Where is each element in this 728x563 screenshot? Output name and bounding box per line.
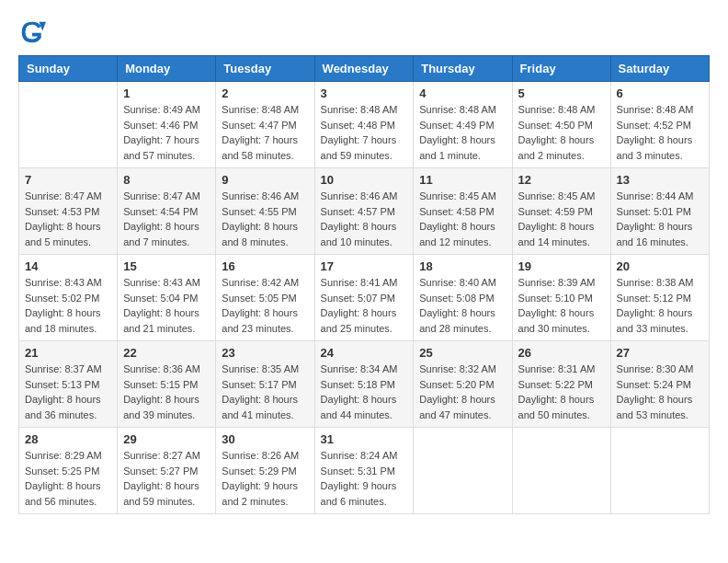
calendar-cell: 12Sunrise: 8:45 AMSunset: 4:59 PMDayligh… bbox=[512, 168, 610, 255]
calendar-cell: 27Sunrise: 8:30 AMSunset: 5:24 PMDayligh… bbox=[610, 341, 709, 428]
logo-icon bbox=[18, 18, 46, 46]
calendar-table: SundayMondayTuesdayWednesdayThursdayFrid… bbox=[18, 55, 710, 514]
day-number: 30 bbox=[222, 432, 308, 446]
calendar-week-row: 7Sunrise: 8:47 AMSunset: 4:53 PMDaylight… bbox=[19, 168, 710, 255]
calendar-cell: 15Sunrise: 8:43 AMSunset: 5:04 PMDayligh… bbox=[118, 255, 216, 341]
day-info: Sunrise: 8:40 AMSunset: 5:08 PMDaylight:… bbox=[419, 275, 506, 336]
calendar-cell: 2Sunrise: 8:48 AMSunset: 4:47 PMDaylight… bbox=[216, 82, 314, 168]
calendar-cell bbox=[414, 428, 512, 514]
day-info: Sunrise: 8:35 AMSunset: 5:17 PMDaylight:… bbox=[222, 362, 308, 422]
calendar-cell: 18Sunrise: 8:40 AMSunset: 5:08 PMDayligh… bbox=[414, 255, 512, 341]
calendar-cell: 17Sunrise: 8:41 AMSunset: 5:07 PMDayligh… bbox=[314, 255, 414, 341]
calendar-cell: 10Sunrise: 8:46 AMSunset: 4:57 PMDayligh… bbox=[314, 168, 414, 255]
weekday-header: Wednesday bbox=[314, 56, 414, 82]
day-number: 27 bbox=[617, 346, 703, 360]
day-info: Sunrise: 8:26 AMSunset: 5:29 PMDaylight:… bbox=[222, 448, 308, 509]
day-info: Sunrise: 8:45 AMSunset: 4:58 PMDaylight:… bbox=[419, 189, 506, 249]
day-number: 9 bbox=[222, 173, 308, 187]
day-info: Sunrise: 8:31 AMSunset: 5:22 PMDaylight:… bbox=[518, 362, 605, 422]
calendar-header-row: SundayMondayTuesdayWednesdayThursdayFrid… bbox=[19, 56, 710, 82]
day-number: 25 bbox=[419, 346, 506, 360]
calendar-cell: 29Sunrise: 8:27 AMSunset: 5:27 PMDayligh… bbox=[118, 428, 216, 514]
calendar-cell: 9Sunrise: 8:46 AMSunset: 4:55 PMDaylight… bbox=[216, 168, 314, 255]
day-number: 14 bbox=[25, 259, 111, 273]
day-number: 28 bbox=[25, 432, 111, 446]
day-info: Sunrise: 8:43 AMSunset: 5:02 PMDaylight:… bbox=[25, 275, 111, 336]
calendar-cell bbox=[610, 428, 709, 514]
calendar-cell: 20Sunrise: 8:38 AMSunset: 5:12 PMDayligh… bbox=[610, 255, 709, 341]
calendar-week-row: 28Sunrise: 8:29 AMSunset: 5:25 PMDayligh… bbox=[19, 428, 710, 514]
calendar-cell: 31Sunrise: 8:24 AMSunset: 5:31 PMDayligh… bbox=[314, 428, 414, 514]
day-info: Sunrise: 8:47 AMSunset: 4:54 PMDaylight:… bbox=[123, 189, 210, 249]
calendar-cell: 8Sunrise: 8:47 AMSunset: 4:54 PMDaylight… bbox=[118, 168, 216, 255]
day-number: 12 bbox=[518, 173, 605, 187]
day-number: 11 bbox=[419, 173, 506, 187]
day-number: 7 bbox=[25, 173, 111, 187]
day-info: Sunrise: 8:49 AMSunset: 4:46 PMDaylight:… bbox=[123, 102, 210, 163]
weekday-header: Saturday bbox=[610, 56, 709, 82]
calendar-cell: 16Sunrise: 8:42 AMSunset: 5:05 PMDayligh… bbox=[216, 255, 314, 341]
day-number: 8 bbox=[123, 173, 210, 187]
calendar-cell: 28Sunrise: 8:29 AMSunset: 5:25 PMDayligh… bbox=[19, 428, 118, 514]
calendar-week-row: 14Sunrise: 8:43 AMSunset: 5:02 PMDayligh… bbox=[19, 255, 710, 341]
day-number: 22 bbox=[123, 346, 210, 360]
day-number: 10 bbox=[321, 173, 408, 187]
calendar-cell: 7Sunrise: 8:47 AMSunset: 4:53 PMDaylight… bbox=[19, 168, 118, 255]
day-info: Sunrise: 8:42 AMSunset: 5:05 PMDaylight:… bbox=[222, 275, 308, 336]
day-info: Sunrise: 8:48 AMSunset: 4:49 PMDaylight:… bbox=[419, 102, 506, 163]
day-number: 5 bbox=[518, 86, 605, 100]
day-info: Sunrise: 8:48 AMSunset: 4:47 PMDaylight:… bbox=[222, 102, 308, 163]
day-info: Sunrise: 8:43 AMSunset: 5:04 PMDaylight:… bbox=[123, 275, 210, 336]
day-number: 2 bbox=[222, 86, 308, 100]
day-info: Sunrise: 8:47 AMSunset: 4:53 PMDaylight:… bbox=[25, 189, 111, 249]
calendar-cell: 26Sunrise: 8:31 AMSunset: 5:22 PMDayligh… bbox=[512, 341, 610, 428]
calendar-cell: 23Sunrise: 8:35 AMSunset: 5:17 PMDayligh… bbox=[216, 341, 314, 428]
logo bbox=[18, 18, 51, 46]
day-number: 4 bbox=[419, 86, 506, 100]
weekday-header: Sunday bbox=[19, 56, 118, 82]
day-number: 23 bbox=[222, 346, 308, 360]
weekday-header: Friday bbox=[512, 56, 610, 82]
day-number: 3 bbox=[321, 86, 408, 100]
calendar-cell bbox=[19, 82, 118, 168]
day-number: 15 bbox=[123, 259, 210, 273]
calendar-cell: 14Sunrise: 8:43 AMSunset: 5:02 PMDayligh… bbox=[19, 255, 118, 341]
day-info: Sunrise: 8:24 AMSunset: 5:31 PMDaylight:… bbox=[321, 448, 408, 509]
calendar-cell: 4Sunrise: 8:48 AMSunset: 4:49 PMDaylight… bbox=[414, 82, 512, 168]
day-info: Sunrise: 8:38 AMSunset: 5:12 PMDaylight:… bbox=[617, 275, 703, 336]
day-number: 17 bbox=[321, 259, 408, 273]
calendar-cell: 5Sunrise: 8:48 AMSunset: 4:50 PMDaylight… bbox=[512, 82, 610, 168]
calendar-cell: 21Sunrise: 8:37 AMSunset: 5:13 PMDayligh… bbox=[19, 341, 118, 428]
weekday-header: Monday bbox=[118, 56, 216, 82]
day-number: 31 bbox=[321, 432, 408, 446]
weekday-header: Thursday bbox=[414, 56, 512, 82]
day-number: 21 bbox=[25, 346, 111, 360]
calendar-cell bbox=[512, 428, 610, 514]
page-header bbox=[18, 18, 710, 46]
day-number: 6 bbox=[617, 86, 703, 100]
calendar-cell: 6Sunrise: 8:48 AMSunset: 4:52 PMDaylight… bbox=[610, 82, 709, 168]
calendar-cell: 30Sunrise: 8:26 AMSunset: 5:29 PMDayligh… bbox=[216, 428, 314, 514]
day-info: Sunrise: 8:37 AMSunset: 5:13 PMDaylight:… bbox=[25, 362, 111, 422]
day-info: Sunrise: 8:41 AMSunset: 5:07 PMDaylight:… bbox=[321, 275, 408, 336]
calendar-cell: 13Sunrise: 8:44 AMSunset: 5:01 PMDayligh… bbox=[610, 168, 709, 255]
day-number: 1 bbox=[123, 86, 210, 100]
day-info: Sunrise: 8:32 AMSunset: 5:20 PMDaylight:… bbox=[419, 362, 506, 422]
calendar-cell: 1Sunrise: 8:49 AMSunset: 4:46 PMDaylight… bbox=[118, 82, 216, 168]
day-info: Sunrise: 8:45 AMSunset: 4:59 PMDaylight:… bbox=[518, 189, 605, 249]
day-number: 29 bbox=[123, 432, 210, 446]
day-info: Sunrise: 8:44 AMSunset: 5:01 PMDaylight:… bbox=[617, 189, 703, 249]
day-number: 16 bbox=[222, 259, 308, 273]
day-info: Sunrise: 8:46 AMSunset: 4:55 PMDaylight:… bbox=[222, 189, 308, 249]
calendar-week-row: 21Sunrise: 8:37 AMSunset: 5:13 PMDayligh… bbox=[19, 341, 710, 428]
day-info: Sunrise: 8:27 AMSunset: 5:27 PMDaylight:… bbox=[123, 448, 210, 509]
day-info: Sunrise: 8:34 AMSunset: 5:18 PMDaylight:… bbox=[321, 362, 408, 422]
calendar-cell: 19Sunrise: 8:39 AMSunset: 5:10 PMDayligh… bbox=[512, 255, 610, 341]
day-info: Sunrise: 8:48 AMSunset: 4:50 PMDaylight:… bbox=[518, 102, 605, 163]
calendar-cell: 24Sunrise: 8:34 AMSunset: 5:18 PMDayligh… bbox=[314, 341, 414, 428]
calendar-cell: 11Sunrise: 8:45 AMSunset: 4:58 PMDayligh… bbox=[414, 168, 512, 255]
calendar-cell: 22Sunrise: 8:36 AMSunset: 5:15 PMDayligh… bbox=[118, 341, 216, 428]
calendar-cell: 3Sunrise: 8:48 AMSunset: 4:48 PMDaylight… bbox=[314, 82, 414, 168]
day-number: 26 bbox=[518, 346, 605, 360]
day-number: 18 bbox=[419, 259, 506, 273]
